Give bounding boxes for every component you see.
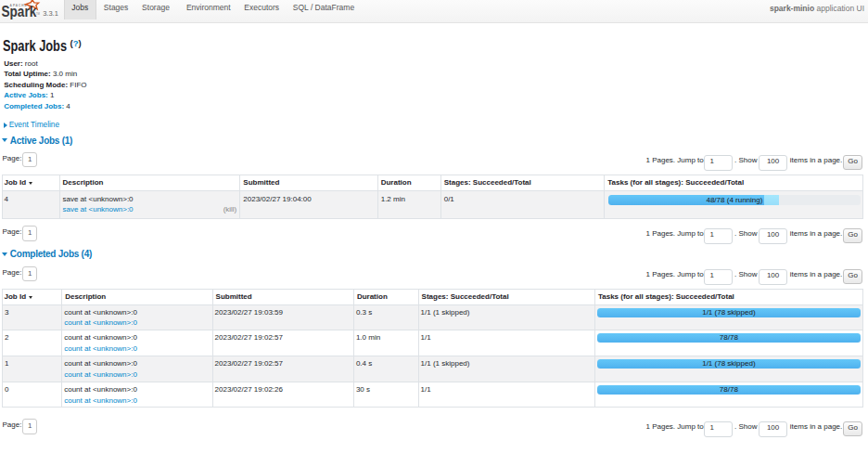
- svg-text:TM: TM: [36, 12, 41, 16]
- svg-text:Spark: Spark: [2, 4, 37, 19]
